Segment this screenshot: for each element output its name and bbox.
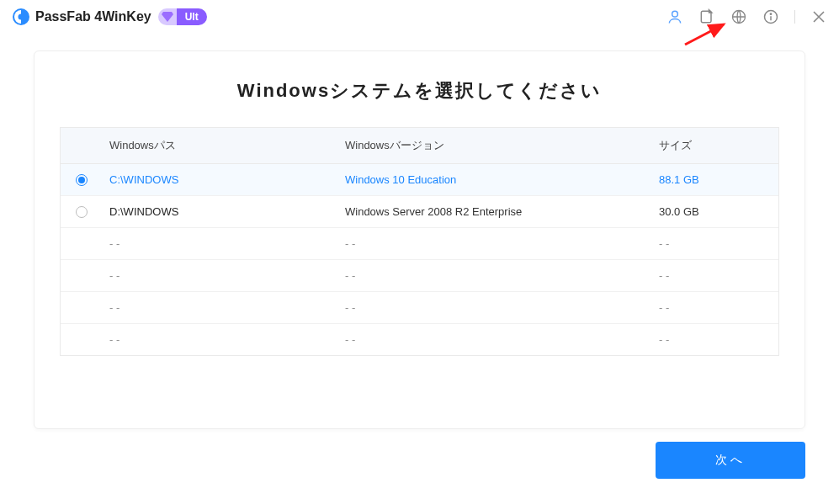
app-title: PassFab 4WinKey bbox=[35, 9, 151, 24]
page-title: Windowsシステムを選択してください bbox=[35, 78, 804, 103]
svg-point-6 bbox=[770, 13, 771, 14]
main-card: Windowsシステムを選択してください Windowsパス Windowsバー… bbox=[34, 50, 805, 429]
titlebar: PassFab 4WinKey Ult bbox=[0, 0, 839, 34]
path-cell: - - bbox=[103, 228, 338, 259]
table-header: Windowsパス Windowsバージョン サイズ bbox=[61, 128, 778, 164]
path-cell: - - bbox=[103, 292, 338, 323]
svg-point-2 bbox=[672, 11, 678, 17]
user-icon[interactable] bbox=[666, 8, 683, 25]
size-cell: - - bbox=[652, 260, 778, 291]
tier-label: Ult bbox=[177, 8, 207, 25]
table-row[interactable]: C:\WINDOWSWindows 10 Education88.1 GB bbox=[61, 164, 778, 196]
app-logo-icon bbox=[12, 8, 30, 26]
svg-point-1 bbox=[19, 14, 24, 20]
table-row[interactable]: D:\WINDOWSWindows Server 2008 R2 Enterpr… bbox=[61, 196, 778, 228]
version-cell: - - bbox=[338, 260, 652, 291]
version-cell: - - bbox=[338, 228, 652, 259]
radio-icon[interactable] bbox=[76, 174, 88, 186]
path-cell: D:\WINDOWS bbox=[103, 196, 338, 227]
version-cell: Windows 10 Education bbox=[338, 164, 652, 195]
next-button[interactable]: 次へ bbox=[656, 442, 805, 479]
globe-icon[interactable] bbox=[730, 8, 747, 25]
radio-icon[interactable] bbox=[76, 206, 88, 218]
table-row: - -- -- - bbox=[61, 260, 778, 292]
svg-line-7 bbox=[685, 24, 724, 45]
feedback-icon[interactable] bbox=[698, 8, 715, 25]
size-cell: - - bbox=[652, 292, 778, 323]
version-cell: - - bbox=[338, 292, 652, 323]
path-cell: - - bbox=[103, 260, 338, 291]
table-row: - -- -- - bbox=[61, 292, 778, 324]
info-icon[interactable] bbox=[762, 8, 779, 25]
diamond-icon bbox=[158, 8, 177, 25]
col-version: Windowsバージョン bbox=[338, 128, 652, 163]
size-cell: - - bbox=[652, 324, 778, 355]
version-cell: Windows Server 2008 R2 Enterprise bbox=[338, 196, 652, 227]
tier-badge: Ult bbox=[158, 8, 207, 25]
close-icon[interactable] bbox=[810, 8, 827, 25]
col-path: Windowsパス bbox=[103, 128, 338, 163]
col-size: サイズ bbox=[652, 128, 778, 163]
table-row: - -- -- - bbox=[61, 228, 778, 260]
path-cell: - - bbox=[103, 324, 338, 355]
size-cell: - - bbox=[652, 228, 778, 259]
system-table: Windowsパス Windowsバージョン サイズ C:\WINDOWSWin… bbox=[60, 127, 779, 356]
table-row: - -- -- - bbox=[61, 324, 778, 355]
size-cell: 88.1 GB bbox=[652, 164, 778, 195]
titlebar-right bbox=[666, 8, 827, 25]
path-cell: C:\WINDOWS bbox=[103, 164, 338, 195]
version-cell: - - bbox=[338, 324, 652, 355]
divider bbox=[794, 10, 795, 24]
size-cell: 30.0 GB bbox=[652, 196, 778, 227]
